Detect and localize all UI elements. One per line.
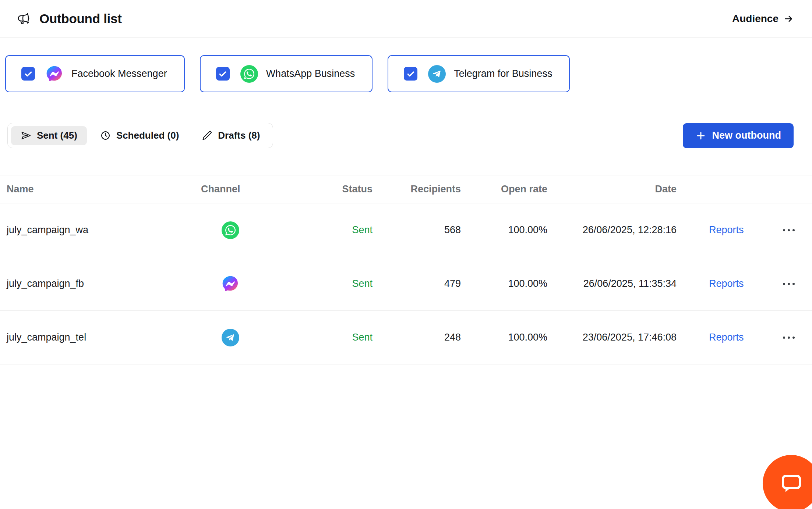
table-header-row: Name Channel Status Recipients Open rate…: [0, 175, 812, 203]
sent-date: 26/06/2025, 12:28:16: [547, 224, 677, 236]
new-outbound-button[interactable]: New outbound: [683, 123, 794, 148]
audience-link-label: Audience: [732, 13, 779, 25]
table-row: july_campaign_tel Sent 248 100.00% 23/06…: [0, 311, 812, 364]
telegram-icon: [428, 65, 446, 83]
tab-sent[interactable]: Sent (45): [11, 126, 87, 145]
filter-card-telegram-for-business[interactable]: Telegram for Business: [388, 55, 570, 92]
channel-filters: Facebook Messenger WhatsApp Business Tel: [5, 55, 805, 92]
messenger-icon: [222, 275, 239, 293]
page-header: Outbound list Audience: [0, 0, 812, 38]
whatsapp-icon: [240, 65, 258, 83]
whatsapp-business-checkbox[interactable]: [216, 67, 230, 81]
audience-link[interactable]: Audience: [732, 13, 794, 25]
sent-date: 26/06/2025, 11:35:34: [547, 278, 677, 289]
clock-icon: [100, 130, 111, 141]
recipients-count: 479: [373, 278, 461, 289]
status-badge: Sent: [352, 332, 373, 343]
row-menu-button[interactable]: [778, 224, 799, 236]
column-header-recipients: Recipients: [373, 184, 461, 195]
row-menu-button[interactable]: [778, 331, 799, 344]
column-header-name: Name: [0, 184, 201, 195]
reports-link[interactable]: Reports: [709, 332, 744, 343]
tab-scheduled-label: Scheduled (0): [116, 130, 179, 141]
whatsapp-icon: [222, 221, 239, 239]
campaign-name: july_campaign_wa: [0, 224, 201, 236]
facebook-messenger-checkbox[interactable]: [21, 67, 35, 81]
filter-card-facebook-messenger[interactable]: Facebook Messenger: [5, 55, 185, 92]
tab-drafts[interactable]: Drafts (8): [192, 126, 269, 145]
recipients-count: 568: [373, 224, 461, 236]
tab-drafts-label: Drafts (8): [218, 130, 260, 141]
column-header-channel: Channel: [201, 184, 261, 195]
reports-link[interactable]: Reports: [709, 278, 744, 289]
status-badge: Sent: [352, 278, 373, 289]
messenger-icon: [46, 65, 63, 83]
open-rate: 100.00%: [461, 332, 547, 343]
status-badge: Sent: [352, 224, 373, 236]
tab-scheduled[interactable]: Scheduled (0): [91, 126, 188, 145]
sent-date: 23/06/2025, 17:46:08: [547, 332, 677, 343]
column-header-open-rate: Open rate: [461, 184, 547, 195]
recipients-count: 248: [373, 332, 461, 343]
toolbar: Sent (45) Scheduled (0) Drafts (8) New o…: [7, 123, 794, 148]
telegram-icon: [222, 329, 239, 346]
campaign-name: july_campaign_fb: [0, 278, 201, 289]
open-rate: 100.00%: [461, 224, 547, 236]
filter-label: Facebook Messenger: [71, 68, 167, 79]
filter-label: WhatsApp Business: [266, 68, 355, 79]
campaign-name: july_campaign_tel: [0, 332, 201, 343]
new-outbound-button-label: New outbound: [712, 130, 781, 141]
outbound-table: Name Channel Status Recipients Open rate…: [0, 175, 812, 364]
arrow-right-icon: [783, 14, 794, 24]
telegram-for-business-checkbox[interactable]: [404, 67, 417, 81]
live-chat-widget-button[interactable]: [763, 455, 812, 509]
ellipsis-icon: [782, 228, 796, 233]
open-rate: 100.00%: [461, 278, 547, 289]
plus-icon: [695, 130, 706, 141]
megaphone-icon: [17, 12, 31, 26]
outbound-tabs: Sent (45) Scheduled (0) Drafts (8): [7, 123, 273, 148]
column-header-date: Date: [547, 184, 677, 195]
chat-bubble-icon: [779, 471, 804, 496]
send-icon: [21, 130, 31, 141]
filter-label: Telegram for Business: [454, 68, 552, 79]
column-header-status: Status: [261, 184, 373, 195]
table-row: july_campaign_fb Sent 479 100.00% 26/06/…: [0, 257, 812, 311]
table-row: july_campaign_wa Sent 568 100.00% 26/06/…: [0, 203, 812, 257]
row-menu-button[interactable]: [778, 278, 799, 290]
ellipsis-icon: [782, 335, 796, 340]
pencil-icon: [202, 130, 212, 141]
tab-sent-label: Sent (45): [37, 130, 77, 141]
filter-card-whatsapp-business[interactable]: WhatsApp Business: [200, 55, 373, 92]
page-title: Outbound list: [39, 11, 122, 26]
ellipsis-icon: [782, 281, 796, 286]
reports-link[interactable]: Reports: [709, 224, 744, 236]
